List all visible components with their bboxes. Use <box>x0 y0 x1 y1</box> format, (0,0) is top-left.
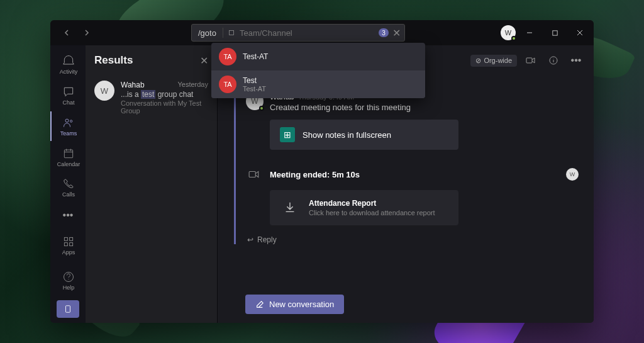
maximize-button[interactable] <box>543 23 566 43</box>
svg-rect-5 <box>64 237 67 240</box>
download-icon <box>281 199 299 216</box>
rail-calendar-label: Calendar <box>57 161 80 167</box>
svg-rect-0 <box>229 31 233 35</box>
dropdown-item[interactable]: TA TestTest-AT <box>211 70 425 98</box>
attendance-report-card[interactable]: Attendance Report Click here to download… <box>270 190 458 225</box>
rail-apps-label: Apps <box>62 249 75 256</box>
presence-indicator <box>511 36 516 41</box>
app-rail: Activity Chat Teams Calendar Calls ••• A… <box>50 45 86 323</box>
svg-point-2 <box>65 119 69 122</box>
result-name: Wahab <box>121 81 145 89</box>
rail-teams-label: Teams <box>60 130 77 137</box>
svg-point-3 <box>70 120 72 122</box>
titlebar: /goto 3 ✕ W <box>50 20 594 45</box>
dropdown-item-title: Test-AT <box>243 52 268 61</box>
user-initial: W <box>505 29 511 37</box>
result-context: Conversation with My Test Group <box>121 99 208 115</box>
result-snippet: ...is a test group chat <box>121 90 208 99</box>
search-input[interactable] <box>240 28 375 38</box>
svg-rect-7 <box>64 243 67 246</box>
search-command: /goto <box>196 28 219 38</box>
dropdown-item[interactable]: TA Test-AT <box>211 43 425 70</box>
team-avatar: TA <box>219 76 236 93</box>
close-button[interactable] <box>569 23 591 43</box>
compose-icon <box>255 300 264 309</box>
user-avatar[interactable]: W <box>501 25 516 40</box>
svg-rect-4 <box>64 150 72 158</box>
dropdown-item-sub: Test-AT <box>243 85 266 93</box>
svg-rect-10 <box>66 306 70 313</box>
notes-button-label: Show notes in fullscreen <box>303 130 391 140</box>
rail-chat[interactable]: Chat <box>50 81 86 111</box>
report-subtitle: Click here to download attendance report <box>309 209 435 216</box>
result-avatar: W <box>94 81 114 101</box>
svg-rect-1 <box>552 30 557 35</box>
team-icon <box>227 28 236 37</box>
reply-icon: ↩ <box>247 235 253 244</box>
dropdown-item-title: Test <box>243 76 266 85</box>
rail-teams[interactable]: Teams <box>50 111 86 141</box>
meeting-icon <box>246 166 262 183</box>
new-conversation-button[interactable]: New conversation <box>245 295 344 314</box>
sidebar-title: Results <box>94 54 133 67</box>
report-title: Attendance Report <box>309 199 435 208</box>
more-button[interactable]: ••• <box>567 52 585 69</box>
meet-button[interactable] <box>522 52 540 69</box>
new-conv-label: New conversation <box>269 300 334 309</box>
org-wide-tag[interactable]: ⊘Org-wide <box>470 55 517 67</box>
rail-download-button[interactable] <box>57 300 79 318</box>
search-clear-icon[interactable]: ✕ <box>392 27 401 39</box>
sidebar-close-icon[interactable]: ✕ <box>200 55 208 67</box>
nav-back-button[interactable] <box>58 24 75 42</box>
reply-link[interactable]: ↩Reply <box>247 235 579 244</box>
meeting-ended-text: Meeting ended: 5m 10s <box>270 170 558 179</box>
show-notes-card[interactable]: ⊞ Show notes in fullscreen <box>270 120 458 150</box>
meeting-ended-row: Meeting ended: 5m 10s W <box>246 166 579 183</box>
rail-activity-label: Activity <box>60 69 78 75</box>
search-divider <box>223 28 223 38</box>
nav-forward-button[interactable] <box>78 24 96 42</box>
rail-calendar[interactable]: Calendar <box>50 142 86 172</box>
minimize-button[interactable] <box>518 23 541 43</box>
goto-dropdown: TA Test-AT TA TestTest-AT <box>211 43 425 98</box>
post-content: Created meeting notes for this meeting <box>270 103 411 112</box>
rail-calls[interactable]: Calls <box>50 173 86 203</box>
svg-rect-11 <box>526 58 532 63</box>
result-time: Yesterday <box>177 81 208 89</box>
svg-rect-8 <box>70 243 73 246</box>
rail-calls-label: Calls <box>62 191 75 198</box>
svg-rect-13 <box>249 172 255 177</box>
search-box[interactable]: /goto 3 ✕ <box>191 24 405 42</box>
search-result-item[interactable]: W WahabYesterday ...is a test group chat… <box>86 76 217 120</box>
thread: ▾Collapse all W WahabThursday 6:49 AM Cr… <box>218 76 594 286</box>
meeting-participant-avatar: W <box>566 168 579 181</box>
onenote-icon: ⊞ <box>280 127 295 142</box>
rail-help[interactable]: Help <box>50 265 86 296</box>
info-button[interactable] <box>545 52 562 69</box>
rail-apps[interactable]: Apps <box>50 230 86 261</box>
presence-indicator <box>259 106 264 111</box>
rail-activity[interactable]: Activity <box>50 50 86 80</box>
rail-chat-label: Chat <box>62 99 74 106</box>
tag-label: Org-wide <box>484 57 512 64</box>
sidebar: Results ✕ W WahabYesterday ...is a test … <box>86 45 218 323</box>
search-count-badge: 3 <box>379 28 389 37</box>
rail-help-label: Help <box>63 284 75 291</box>
rail-more-button[interactable]: ••• <box>50 204 86 227</box>
svg-rect-6 <box>70 237 73 240</box>
team-avatar: TA <box>219 48 236 65</box>
